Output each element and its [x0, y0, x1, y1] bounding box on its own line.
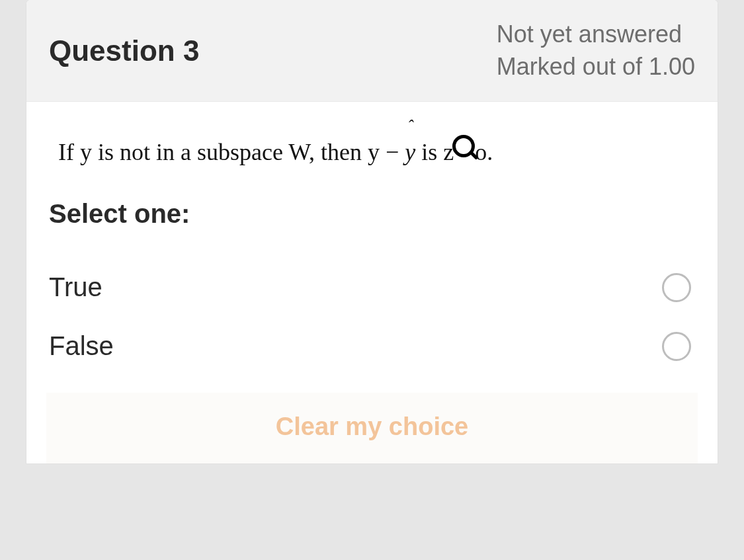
status-not-answered: Not yet answered [497, 19, 695, 51]
select-one-prompt: Select one: [49, 199, 698, 229]
stem-yhat: ˆy [405, 138, 415, 166]
question-title: Question 3 [49, 34, 199, 67]
stem-text-prefix: If y is not in a subspace W, then y − [58, 139, 405, 165]
magnifier-icon[interactable] [450, 135, 479, 164]
clear-choice-bar: Clear my choice [46, 393, 698, 463]
option-label: True [49, 272, 103, 302]
status-marks: Marked out of 1.00 [497, 51, 695, 83]
radio-icon[interactable] [662, 273, 691, 302]
question-header: Question 3 Not yet answered Marked out o… [26, 0, 718, 102]
option-true[interactable]: True [46, 258, 698, 317]
radio-icon[interactable] [662, 332, 691, 361]
clear-choice-link[interactable]: Clear my choice [276, 413, 468, 440]
question-body: If y is not in a subspace W, then y − ˆy… [26, 102, 718, 463]
question-status-block: Not yet answered Marked out of 1.00 [497, 19, 695, 83]
option-label: False [49, 331, 114, 361]
stem-text-a: is z [415, 139, 454, 165]
question-card: Question 3 Not yet answered Marked out o… [26, 0, 718, 463]
question-stem: If y is not in a subspace W, then y − ˆy… [58, 135, 698, 166]
option-false[interactable]: False [46, 317, 698, 376]
